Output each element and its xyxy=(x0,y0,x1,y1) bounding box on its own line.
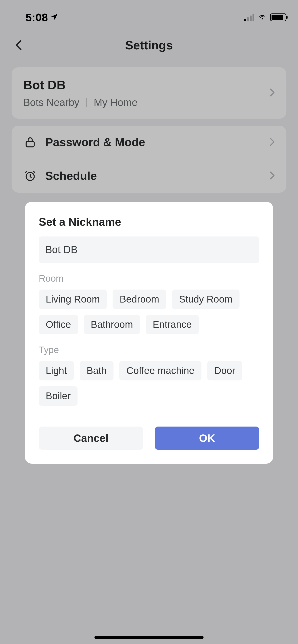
type-chip[interactable]: Boiler xyxy=(39,386,78,406)
nickname-input[interactable] xyxy=(39,236,259,263)
type-chip[interactable]: Bath xyxy=(80,361,114,380)
room-section-label: Room xyxy=(39,273,259,284)
room-chip[interactable]: Living Room xyxy=(39,290,107,309)
type-chip[interactable]: Door xyxy=(207,361,242,380)
ok-button[interactable]: OK xyxy=(155,426,259,450)
dialog-actions: Cancel OK xyxy=(39,426,259,450)
nickname-dialog: Set a Nickname Room Living Room Bedroom … xyxy=(25,202,273,464)
cancel-button[interactable]: Cancel xyxy=(39,426,143,450)
type-chip[interactable]: Light xyxy=(39,361,74,380)
type-chip[interactable]: Coffee machine xyxy=(119,361,201,380)
modal-overlay[interactable]: Set a Nickname Room Living Room Bedroom … xyxy=(0,0,298,644)
type-section-label: Type xyxy=(39,345,259,355)
room-chips: Living Room Bedroom Study Room Office Ba… xyxy=(39,290,259,334)
room-chip[interactable]: Office xyxy=(39,315,78,334)
room-chip[interactable]: Bathroom xyxy=(84,315,140,334)
room-chip[interactable]: Study Room xyxy=(172,290,239,309)
home-indicator[interactable] xyxy=(95,636,203,639)
type-chips: Light Bath Coffee machine Door Boiler xyxy=(39,361,259,406)
room-chip[interactable]: Bedroom xyxy=(113,290,166,309)
room-chip[interactable]: Entrance xyxy=(146,315,199,334)
dialog-title: Set a Nickname xyxy=(39,216,259,228)
